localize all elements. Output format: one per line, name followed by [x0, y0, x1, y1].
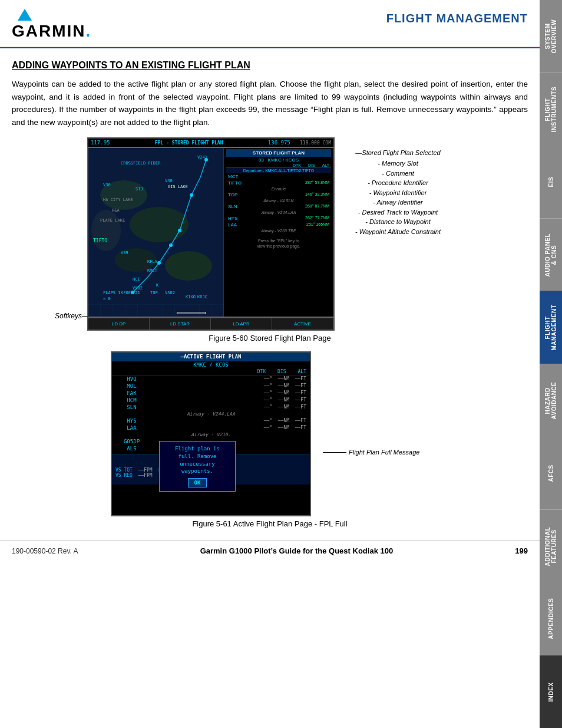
svg-text:KFOE: KFOE: [121, 291, 131, 295]
tab-system-overview[interactable]: SYSTEMOVERVIEW: [540, 0, 562, 73]
fpl-row-laa: LAA 251° 165NM: [226, 222, 331, 228]
figure-61-wrapper: —ACTIVE FLIGHT PLAN KMKC / KCOS DTK DIS …: [6, 351, 534, 516]
annotation-list: Memory Slot Comment Procedure Identifier…: [343, 159, 452, 236]
fpl-row-top: TOP 146° 32.3NM: [226, 192, 331, 198]
figure-61-caption: Figure 5-61 Active Flight Plan Page - FP…: [0, 519, 540, 528]
tab-audio-panel[interactable]: AUDIO PANEL& CNS: [540, 219, 562, 292]
svg-point-10: [157, 261, 161, 265]
fpl-note: Press the "FPL" key toview the previous …: [226, 233, 331, 250]
afp-row-mol: MOL ——° ——NM ——FT: [112, 383, 310, 390]
softkey-ld-star[interactable]: LD STAR: [150, 318, 211, 330]
fpl-row-hys: HYS 262° 77.7NM: [226, 215, 331, 222]
svg-text:HA CITY LAKE: HA CITY LAKE: [103, 197, 133, 202]
tab-index[interactable]: INDEX: [540, 655, 562, 729]
softkey-active[interactable]: ACTIVE: [272, 318, 333, 330]
softkey-ld-dp[interactable]: LD DP: [88, 318, 150, 330]
tab-flight-management[interactable]: FLIGHTMANAGEMENT: [540, 291, 562, 364]
svg-text:HCI: HCI: [133, 277, 140, 282]
fpl-panel: STORED FLIGHT PLAN 03 KMKC / KCOS DTK DI…: [224, 148, 333, 317]
svg-text:R&A: R&A: [112, 208, 120, 213]
svg-text:V21: V21: [133, 291, 140, 295]
afp-airway1: Airway - V244.LAA: [112, 411, 310, 417]
annotation-line-61: [323, 452, 346, 453]
fpl-full-message-text: Flight plan is full. Remove unnecessary …: [166, 445, 229, 475]
svg-text:TOP: TOP: [150, 291, 158, 295]
tab-eis[interactable]: EIS: [540, 146, 562, 219]
avionics-screen-61: —ACTIVE FLIGHT PLAN KMKC / KCOS DTK DIS …: [111, 351, 311, 516]
garmin-wordmark: GARMIN.: [12, 22, 91, 41]
ann-item-dis: Distance to Waypoint: [343, 217, 452, 227]
ann-item-dtk: Desired Track to Waypoint: [343, 207, 452, 218]
fpl-airway-v263: Airway - V263.TBE: [226, 228, 331, 233]
map-display: NORTH UP: [88, 148, 224, 317]
header-divider: [0, 47, 540, 48]
svg-text:= 0: = 0: [103, 297, 111, 301]
svg-text:V39: V39: [121, 251, 128, 255]
figure-61-annotation: Flight Plan Full Message: [323, 351, 429, 456]
body-paragraph: Waypoints can be added to the active fli…: [12, 78, 528, 129]
fpl-row-tifto: TIFTO 287° 57.8NM: [226, 180, 331, 186]
afp-row-hys: HYS ——° ——NM ——FT: [112, 417, 310, 424]
svg-text:GIS LAKE: GIS LAKE: [168, 185, 188, 189]
fpl-full-message-ok[interactable]: OK: [188, 478, 207, 487]
afp-header: —ACTIVE FLIGHT PLAN: [112, 353, 310, 361]
tab-appendices[interactable]: APPENDICES: [540, 582, 562, 655]
ann-item-memory-slot: Memory Slot: [343, 159, 452, 169]
svg-text:V241: V241: [197, 155, 207, 160]
garmin-triangle-icon: [18, 9, 32, 21]
afp-row-laa: LAA ——° ——NM ——FT: [112, 424, 310, 431]
fpl-section-enroute: Enroute: [226, 186, 331, 192]
figure-60-annotations: —Stored Flight Plan Selected Memory Slot…: [343, 137, 452, 236]
figure-61-container: —ACTIVE FLIGHT PLAN KMKC / KCOS DTK DIS …: [0, 351, 540, 528]
ann-item-alt-constraint: Waypoint Altitude Constraint: [343, 227, 452, 237]
afp-airway2: Airway - V210.: [112, 431, 310, 438]
afp-route: KMKC / KCOS: [112, 361, 310, 368]
fpl-airway-v244: Airway - V244.LAA: [226, 210, 331, 215]
svg-point-5: [91, 210, 121, 251]
fpl-row-sln: SLN 268° 87.7NM: [226, 203, 331, 210]
softkey-ld-apr[interactable]: LD APR: [211, 318, 272, 330]
tab-hazard-avoidance[interactable]: HAZARDAVOIDANCE: [540, 364, 562, 437]
freq-right: 136.975 118.000 COM: [268, 140, 331, 146]
afp-row-hcm: HCM ——° ——NM ——FT: [112, 397, 310, 404]
fpl-panel-header: STORED FLIGHT PLAN: [226, 149, 331, 157]
svg-text:TIFTO: TIFTO: [93, 238, 107, 243]
fpl-full-msg-annotation: Flight Plan Full Message: [349, 449, 419, 456]
softkeys-label: Softkeys—: [55, 312, 89, 320]
ann-item-airway-id: Airway Identifier: [343, 197, 452, 207]
page-title: FLIGHT MANAGEMENT: [386, 9, 528, 25]
svg-point-2: [130, 207, 189, 242]
svg-text:V30: V30: [103, 183, 111, 187]
map-scale-bar: [177, 312, 206, 314]
svg-text:CROSSFIELD RIDER: CROSSFIELD RIDER: [121, 161, 161, 166]
fpl-departure: Departure - KMKC-ALL.TIFTO2.TIFTO: [226, 168, 331, 173]
svg-text:KOJC: KOJC: [197, 295, 207, 299]
svg-point-7: [190, 193, 193, 197]
svg-text:V30: V30: [165, 179, 173, 183]
tab-afcs[interactable]: AFCS: [540, 437, 562, 510]
svg-text:FLAPS 1: FLAPS 1: [103, 291, 121, 295]
afp-col-headers: DTK DIS ALT: [112, 368, 310, 375]
fpl-label: FPL - STORED FLIGHT PLAN: [110, 140, 268, 146]
svg-text:KIXO: KIXO: [186, 295, 196, 299]
svg-text:V502: V502: [165, 291, 175, 295]
svg-point-9: [169, 243, 173, 247]
tab-additional-features[interactable]: ADDITIONALFEATURES: [540, 510, 562, 583]
fpl-airway-v4: Airway - V4.SLN: [226, 198, 331, 203]
page-footer: 190-00590-02 Rev. A Garmin G1000 Pilot’s…: [0, 540, 540, 561]
figure-61-screen-block: —ACTIVE FLIGHT PLAN KMKC / KCOS DTK DIS …: [111, 351, 311, 516]
map-svg: V241 CROSSFIELD RIDER V30 GIS LAKE V30 S…: [88, 148, 224, 304]
avionics-screen-60: NORTH UP: [87, 147, 335, 318]
svg-point-4: [165, 251, 212, 281]
svg-text:KMCT: KMCT: [147, 268, 158, 273]
garmin-logo: GARMIN.: [12, 9, 91, 41]
fpl-full-message-popup: Flight plan is full. Remove unnecessary …: [159, 441, 236, 491]
right-tab-bar: SYSTEMOVERVIEW FLIGHTINSTRUMENTS EIS AUD…: [540, 0, 562, 728]
footer-doc-id: 190-00590-02 Rev. A: [12, 547, 78, 555]
section-title: ADDING WAYPOINTS TO AN EXISTING FLIGHT P…: [12, 60, 528, 71]
svg-text:V502: V502: [133, 286, 143, 291]
afp-row-hvq: HVQ ——° ——NM ——FT: [112, 375, 310, 383]
svg-text:KFLV: KFLV: [147, 259, 158, 264]
page-header: GARMIN. FLIGHT MANAGEMENT: [0, 0, 540, 47]
tab-flight-instruments[interactable]: FLIGHTINSTRUMENTS: [540, 73, 562, 146]
